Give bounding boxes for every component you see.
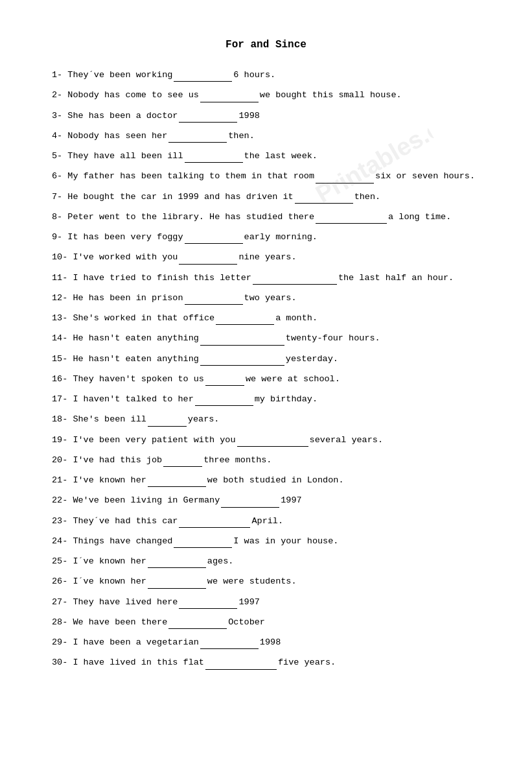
item-text-before: He bought the car in 1999 and has driven… xyxy=(67,192,293,202)
fill-blank[interactable] xyxy=(179,255,237,265)
list-item: 3- She has been a doctor1998 xyxy=(52,110,480,123)
fill-blank[interactable] xyxy=(185,235,243,244)
item-number: 30- xyxy=(52,657,67,667)
list-item: 20- I've had this jobthree months. xyxy=(52,454,480,467)
fill-blank[interactable] xyxy=(205,661,277,670)
fill-blank[interactable] xyxy=(200,337,284,346)
list-item: 19- I've been very patient with yousever… xyxy=(52,434,480,447)
fill-blank[interactable] xyxy=(148,478,206,487)
item-number: 20- xyxy=(52,455,67,465)
item-text-before: I´ve known her xyxy=(73,556,146,566)
item-text-before: I've known her xyxy=(73,475,146,485)
item-text-after: years. xyxy=(188,414,220,424)
item-text-after: my birthday. xyxy=(255,394,318,404)
fill-blank[interactable] xyxy=(179,519,250,528)
item-number: 12- xyxy=(52,293,67,303)
fill-blank[interactable] xyxy=(195,397,253,406)
list-item: 28- We have been thereOctober xyxy=(52,616,480,629)
item-text-after: then. xyxy=(228,131,255,141)
item-number: 18- xyxy=(52,414,67,424)
item-text-after: April. xyxy=(251,516,283,526)
fill-blank[interactable] xyxy=(185,154,243,163)
list-item: 13- She's worked in that officea month. xyxy=(52,312,480,325)
fill-blank[interactable] xyxy=(168,134,227,143)
fill-blank[interactable] xyxy=(185,296,243,305)
item-number: 24- xyxy=(52,536,67,546)
item-text-before: It has been very foggy xyxy=(67,232,183,242)
list-item: 4- Nobody has seen herthen. xyxy=(52,130,480,143)
fill-blank[interactable] xyxy=(316,215,387,224)
list-item: 16- They haven't spoken to uswe were at … xyxy=(52,373,480,386)
item-text-before: She's worked in that office xyxy=(73,313,214,323)
item-number: 3- xyxy=(52,111,62,121)
item-text-before: Peter went to the library. He has studie… xyxy=(67,212,314,222)
fill-blank[interactable] xyxy=(148,559,206,568)
item-text-after: two years. xyxy=(244,293,297,303)
item-text-after: the last half an hour. xyxy=(338,273,454,283)
item-text-before: He hasn't eaten anything xyxy=(73,354,198,364)
fill-blank[interactable] xyxy=(200,640,259,649)
worksheet-page: Printables.com For and Since 1- They´ve … xyxy=(0,0,532,758)
item-number: 4- xyxy=(52,131,62,141)
item-number: 10- xyxy=(52,252,67,262)
fill-blank[interactable] xyxy=(221,499,279,508)
item-text-after: yesterday. xyxy=(286,354,338,364)
list-item: 15- He hasn't eaten anythingyesterday. xyxy=(52,353,480,366)
item-text-after: 1998 xyxy=(238,111,259,121)
list-item: 5- They have all been illthe last week. xyxy=(52,150,480,163)
fill-blank[interactable] xyxy=(179,600,237,609)
fill-blank[interactable] xyxy=(174,73,232,82)
item-text-before: He hasn't eaten anything xyxy=(73,333,198,343)
item-number: 11- xyxy=(52,273,67,283)
item-text-before: My father has been talking to them in th… xyxy=(67,171,314,181)
fill-blank[interactable] xyxy=(205,377,244,386)
item-text-after: 1997 xyxy=(238,597,259,607)
item-number: 16- xyxy=(52,374,67,384)
fill-blank[interactable] xyxy=(200,357,284,366)
list-item: 27- They have lived here1997 xyxy=(52,596,480,609)
item-text-before: They haven't spoken to us xyxy=(73,374,204,384)
item-text-before: They´ve had this car xyxy=(73,516,178,526)
list-item: 17- I haven't talked to hermy birthday. xyxy=(52,393,480,406)
fill-blank[interactable] xyxy=(237,438,308,447)
item-number: 7- xyxy=(52,192,62,202)
item-text-before: I've been very patient with you xyxy=(73,435,235,445)
fill-blank[interactable] xyxy=(148,418,187,427)
item-text-before: We've been living in Germany xyxy=(73,495,220,505)
item-number: 6- xyxy=(52,171,62,181)
item-number: 25- xyxy=(52,556,67,566)
item-number: 14- xyxy=(52,333,67,343)
list-item: 12- He has been in prisontwo years. xyxy=(52,292,480,305)
fill-blank[interactable] xyxy=(295,195,353,204)
item-text-after: twenty-four hours. xyxy=(286,333,380,343)
fill-blank[interactable] xyxy=(200,93,259,102)
item-number: 23- xyxy=(52,516,67,526)
item-number: 8- xyxy=(52,212,62,222)
item-number: 5- xyxy=(52,151,62,161)
list-item: 29- I have been a vegetarian1998 xyxy=(52,636,480,649)
exercise-list: 1- They´ve been working6 hours.2- Nobody… xyxy=(52,69,480,670)
item-text-before: Nobody has come to see us xyxy=(67,90,199,100)
fill-blank[interactable] xyxy=(216,316,274,325)
item-number: 9- xyxy=(52,232,62,242)
fill-blank[interactable] xyxy=(168,620,227,629)
fill-blank[interactable] xyxy=(148,580,206,589)
fill-blank[interactable] xyxy=(163,458,202,467)
list-item: 23- They´ve had this carApril. xyxy=(52,515,480,528)
item-text-after: ages. xyxy=(207,556,234,566)
item-text-before: She's been ill xyxy=(73,414,146,424)
list-item: 10- I've worked with younine years. xyxy=(52,251,480,264)
list-item: 11- I have tried to finish this letterth… xyxy=(52,272,480,285)
fill-blank[interactable] xyxy=(253,276,337,285)
page-title: For and Since xyxy=(52,39,480,51)
item-text-before: I have lived in this flat xyxy=(73,657,204,667)
fill-blank[interactable] xyxy=(179,113,237,123)
item-number: 29- xyxy=(52,637,67,647)
fill-blank[interactable] xyxy=(174,539,232,548)
list-item: 22- We've been living in Germany1997 xyxy=(52,494,480,507)
list-item: 30- I have lived in this flatfive years. xyxy=(52,656,480,669)
item-text-before: She has been a doctor xyxy=(67,111,178,121)
item-text-after: a long time. xyxy=(388,212,451,222)
fill-blank[interactable] xyxy=(316,174,374,184)
item-text-after: October xyxy=(228,617,265,627)
